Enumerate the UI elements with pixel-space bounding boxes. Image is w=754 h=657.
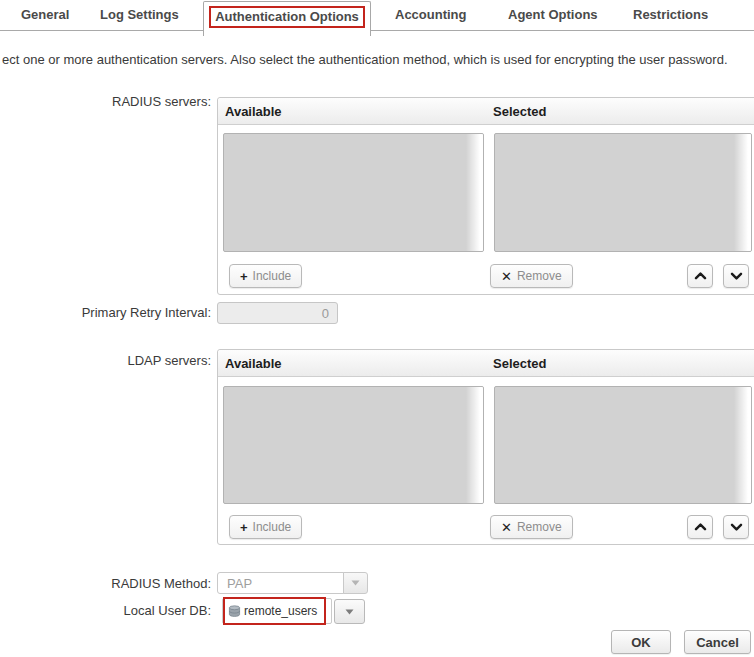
radius-available-listbox[interactable]: [223, 133, 484, 252]
radius-servers-panel: Available Selected + Include ✕ Remove: [217, 97, 754, 295]
tab-general[interactable]: General: [21, 0, 69, 30]
local-user-db-label: Local User DB:: [0, 603, 211, 618]
primary-retry-interval-input[interactable]: [217, 302, 338, 324]
ok-button[interactable]: OK: [611, 630, 671, 654]
radius-panel-header: Available Selected: [218, 98, 754, 125]
ldap-selected-listbox[interactable]: [494, 386, 752, 504]
tab-bar: General Log Settings Authentication Opti…: [0, 0, 754, 31]
description-text: ect one or more authentication servers. …: [2, 52, 728, 67]
radius-selected-listbox[interactable]: [494, 133, 752, 252]
cancel-button[interactable]: Cancel: [684, 630, 751, 654]
ldap-include-button[interactable]: + Include: [229, 515, 302, 539]
radius-remove-button[interactable]: ✕ Remove: [490, 264, 573, 288]
radius-include-button[interactable]: + Include: [229, 264, 302, 288]
tab-authentication-options-label: Authentication Options: [215, 9, 359, 24]
ldap-available-header: Available: [225, 350, 282, 377]
radius-servers-label: RADIUS servers:: [0, 94, 211, 109]
radius-method-dropdown-button[interactable]: [343, 572, 368, 594]
primary-retry-interval-label: Primary Retry Interval:: [0, 305, 211, 320]
plus-icon: +: [240, 521, 248, 534]
chevron-down-icon: [345, 609, 354, 615]
x-icon: ✕: [501, 270, 512, 283]
ldap-move-up-button[interactable]: [687, 515, 713, 539]
tab-accounting[interactable]: Accounting: [395, 0, 467, 30]
radius-move-up-button[interactable]: [687, 264, 713, 288]
include-button-label: Include: [253, 520, 292, 534]
plus-icon: +: [240, 270, 248, 283]
radius-method-value: PAP: [217, 572, 344, 594]
ldap-remove-button[interactable]: ✕ Remove: [490, 515, 573, 539]
ldap-panel-header: Available Selected: [218, 350, 754, 377]
tab-authentication-options[interactable]: Authentication Options: [203, 1, 371, 36]
chevron-up-icon: [694, 523, 707, 531]
x-icon: ✕: [501, 521, 512, 534]
tab-log-settings[interactable]: Log Settings: [100, 0, 179, 30]
ldap-move-down-button[interactable]: [723, 515, 749, 539]
local-user-db-dropdown-button[interactable]: [334, 599, 365, 624]
database-icon: [228, 605, 241, 618]
radius-method-label: RADIUS Method:: [0, 576, 211, 591]
ldap-available-listbox[interactable]: [223, 386, 484, 504]
remove-button-label: Remove: [517, 520, 562, 534]
ldap-servers-panel: Available Selected + Include ✕ Remove: [217, 349, 754, 545]
tab-restrictions[interactable]: Restrictions: [633, 0, 708, 30]
radius-method-select[interactable]: PAP: [217, 572, 368, 594]
local-user-db-select[interactable]: remote_users: [222, 598, 332, 624]
radius-available-header: Available: [225, 98, 282, 125]
chevron-up-icon: [694, 272, 707, 280]
chevron-down-icon: [351, 580, 360, 586]
ldap-servers-label: LDAP servers:: [0, 353, 211, 368]
radius-move-down-button[interactable]: [723, 264, 749, 288]
include-button-label: Include: [253, 269, 292, 283]
highlight-authentication-options-tab: Authentication Options: [209, 6, 365, 28]
chevron-down-icon: [730, 523, 743, 531]
local-user-db-value: remote_users: [244, 604, 317, 618]
authentication-options-page: General Log Settings Authentication Opti…: [0, 0, 754, 657]
ldap-selected-header: Selected: [493, 350, 546, 377]
remove-button-label: Remove: [517, 269, 562, 283]
tab-agent-options[interactable]: Agent Options: [508, 0, 598, 30]
chevron-down-icon: [730, 272, 743, 280]
radius-selected-header: Selected: [493, 98, 546, 125]
